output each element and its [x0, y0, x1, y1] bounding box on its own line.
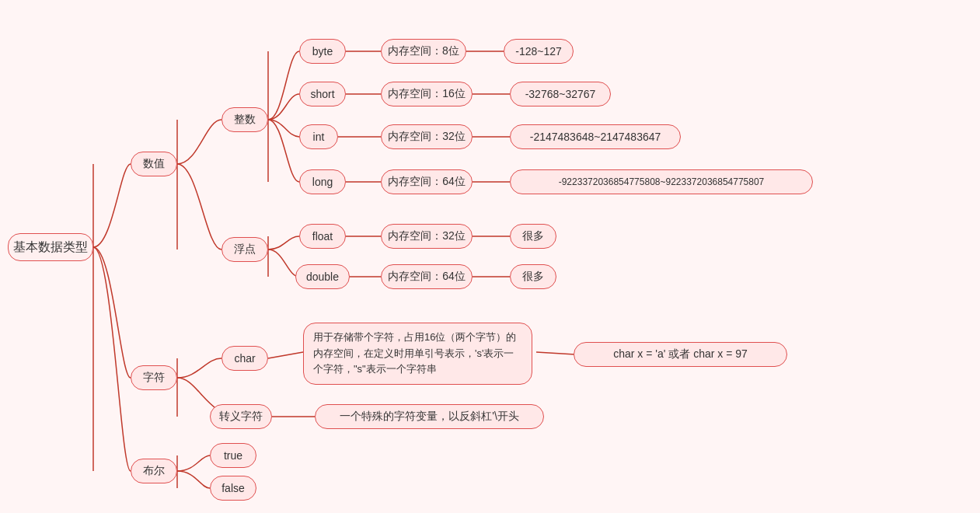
- node-zhengshu: 整数: [221, 107, 268, 132]
- node-long: long: [299, 169, 346, 194]
- node-double: double: [295, 264, 350, 289]
- node-char-val: char x = 'a' 或者 char x = 97: [574, 342, 787, 367]
- node-short-range: 内存空间：16位: [381, 82, 473, 106]
- node-double-range: 内存空间：64位: [381, 264, 473, 289]
- node-float: float: [299, 224, 346, 249]
- node-int-val: -2147483648~2147483647: [510, 124, 681, 149]
- node-zhuanyi-desc: 一个特殊的字符变量，以反斜杠'\开头: [315, 404, 544, 429]
- node-short: short: [299, 82, 346, 106]
- node-zhuanyi: 转义字符: [210, 404, 272, 429]
- node-int-range: 内存空间：32位: [381, 124, 473, 149]
- node-long-val: -9223372036854775808~9223372036854775807: [510, 169, 813, 194]
- node-float-range: 内存空间：32位: [381, 224, 473, 249]
- node-shuzi: 数值: [131, 152, 177, 176]
- node-int: int: [299, 124, 338, 149]
- node-root: 基本数据类型: [8, 233, 93, 261]
- node-short-val: -32768~32767: [510, 82, 611, 106]
- node-false: false: [210, 476, 256, 501]
- node-double-val: 很多: [510, 264, 556, 289]
- node-byte-val: -128~127: [504, 39, 574, 64]
- node-char: char: [221, 346, 268, 371]
- node-long-range: 内存空间：64位: [381, 169, 473, 194]
- mind-map: 基本数据类型 数值 字符 布尔 整数 浮点 char 转义字符 true fal…: [0, 0, 980, 513]
- connector-lines: [0, 0, 980, 513]
- node-char-desc: 用于存储带个字符，占用16位（两个字节）的内存空间，在定义时用单引号表示，'s'…: [303, 323, 532, 385]
- node-fudian: 浮点: [221, 237, 268, 262]
- svg-line-17: [268, 352, 303, 358]
- node-true: true: [210, 443, 256, 468]
- node-byte: byte: [299, 39, 346, 64]
- node-float-val: 很多: [510, 224, 556, 249]
- node-zifu: 字符: [131, 365, 177, 390]
- node-buer: 布尔: [131, 459, 177, 483]
- node-byte-range: 内存空间：8位: [381, 39, 466, 64]
- svg-line-18: [536, 352, 575, 354]
